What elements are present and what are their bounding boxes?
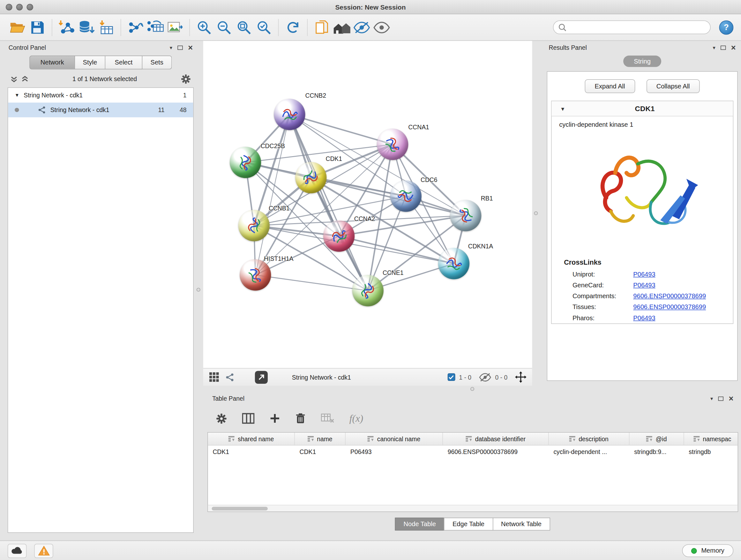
- network-collection-row[interactable]: ▼ String Network - cdk1 1: [8, 88, 193, 103]
- tab-network[interactable]: Network: [29, 56, 75, 69]
- float-panel-icon[interactable]: ▾: [711, 395, 713, 401]
- import-table-button[interactable]: [96, 17, 116, 38]
- network-node-hist1h1a[interactable]: [240, 259, 271, 291]
- zoom-out-button[interactable]: [214, 17, 234, 38]
- splitter-handle[interactable]: [470, 387, 474, 391]
- close-panel-icon[interactable]: ×: [729, 394, 733, 402]
- crosslink-value-link[interactable]: P06493: [633, 314, 655, 321]
- column-header[interactable]: shared name: [208, 433, 295, 445]
- network-node-rb1[interactable]: [450, 200, 481, 231]
- table-cell[interactable]: CDK1: [295, 445, 346, 458]
- column-header[interactable]: database identifier: [443, 433, 549, 445]
- pan-crosshair-icon[interactable]: [515, 371, 527, 383]
- crosslink-value-link[interactable]: 9606.ENSP00000378699: [633, 304, 706, 311]
- expander-icon[interactable]: ▼: [15, 92, 19, 98]
- float-panel-icon[interactable]: ▾: [170, 44, 172, 51]
- export-table-button[interactable]: [145, 17, 165, 38]
- tab-node-table[interactable]: Node Table: [395, 517, 445, 530]
- selected-checkbox[interactable]: [448, 373, 455, 381]
- string-view-icon[interactable]: [226, 373, 234, 381]
- maximize-panel-icon[interactable]: [178, 45, 183, 50]
- open-session-button[interactable]: [8, 17, 27, 38]
- table-settings-button[interactable]: [216, 413, 227, 424]
- delete-column-button[interactable]: [295, 413, 306, 424]
- show-graphics-details-button[interactable]: [372, 17, 392, 38]
- network-node-ccnb2[interactable]: [274, 99, 305, 130]
- minimize-window-button[interactable]: [16, 4, 23, 10]
- help-button[interactable]: ?: [719, 20, 734, 35]
- export-network-button[interactable]: [125, 17, 145, 38]
- copy-button[interactable]: [312, 17, 332, 38]
- horizontal-scrollbar[interactable]: [208, 505, 738, 511]
- column-header[interactable]: namespac: [684, 433, 738, 445]
- hidden-eye-slash-icon[interactable]: [479, 373, 491, 381]
- tab-select[interactable]: Select: [105, 56, 142, 69]
- function-builder-button[interactable]: f(x): [349, 413, 363, 424]
- gear-icon[interactable]: [181, 74, 191, 84]
- import-network-database-button[interactable]: [76, 17, 96, 38]
- warnings-button[interactable]: [34, 543, 53, 558]
- table-cell[interactable]: CDK1: [208, 445, 295, 458]
- create-column-button[interactable]: [270, 413, 280, 424]
- search-input[interactable]: [569, 23, 705, 30]
- close-window-button[interactable]: [6, 4, 12, 10]
- crosslink-value-link[interactable]: 9606.ENSP00000378699: [633, 293, 706, 300]
- gene-section-header[interactable]: ▼ CDK1: [551, 101, 733, 117]
- table-cell[interactable]: 9606.ENSP00000378699: [443, 445, 549, 458]
- crosslink-value-link[interactable]: P06493: [633, 282, 655, 289]
- collapse-all-icon[interactable]: [10, 75, 17, 82]
- column-header[interactable]: name: [295, 433, 346, 445]
- close-panel-icon[interactable]: ×: [731, 44, 736, 51]
- network-node-ccna1[interactable]: [377, 129, 408, 160]
- maximize-panel-icon[interactable]: [721, 45, 726, 50]
- splitter-handle[interactable]: [197, 288, 200, 292]
- collapse-all-button[interactable]: Collapse All: [646, 79, 699, 93]
- maximize-panel-icon[interactable]: [718, 396, 724, 400]
- table-cell[interactable]: stringdb:9...: [629, 445, 684, 458]
- expand-all-icon[interactable]: [21, 75, 28, 82]
- refresh-view-button[interactable]: [283, 17, 303, 38]
- tab-edge-table[interactable]: Edge Table: [444, 517, 493, 530]
- delete-table-button[interactable]: [321, 413, 334, 424]
- memory-button[interactable]: Memory: [682, 544, 733, 557]
- tab-style[interactable]: Style: [75, 56, 105, 69]
- grid-view-icon[interactable]: [209, 372, 219, 382]
- scrollbar-thumb[interactable]: [212, 507, 268, 510]
- crosslink-value-link[interactable]: P06493: [633, 271, 655, 278]
- column-header[interactable]: description: [549, 433, 630, 445]
- network-node-ccne1[interactable]: [352, 275, 384, 306]
- export-image-button[interactable]: [165, 17, 185, 38]
- network-node-ccnb1[interactable]: [239, 210, 270, 241]
- splitter-handle[interactable]: [534, 211, 538, 215]
- tab-network-table[interactable]: Network Table: [492, 517, 550, 530]
- cloud-status-button[interactable]: [8, 543, 26, 558]
- hide-graphics-details-button[interactable]: [352, 17, 372, 38]
- tab-sets[interactable]: Sets: [142, 56, 172, 69]
- string-results-tab[interactable]: String: [623, 56, 661, 67]
- network-node-cdkn1a[interactable]: [438, 248, 469, 279]
- zoom-in-button[interactable]: [194, 17, 214, 38]
- network-row[interactable]: String Network - cdk1 11 48: [8, 103, 193, 117]
- save-session-button[interactable]: [27, 17, 47, 38]
- table-cell[interactable]: P06493: [346, 445, 443, 458]
- network-node-ccna2[interactable]: [323, 220, 354, 252]
- table-cell[interactable]: cyclin-dependent ...: [549, 445, 630, 458]
- open-external-button[interactable]: [255, 371, 268, 383]
- close-panel-icon[interactable]: ×: [188, 44, 193, 51]
- table-row[interactable]: CDK1CDK1P064939606.ENSP00000378699cyclin…: [208, 445, 738, 458]
- float-panel-icon[interactable]: ▾: [713, 44, 716, 51]
- network-node-cdc25b[interactable]: [230, 147, 261, 178]
- show-columns-button[interactable]: [242, 413, 255, 424]
- network-node-cdc6[interactable]: [390, 180, 421, 212]
- import-network-file-button[interactable]: [57, 17, 76, 38]
- network-node-cdk1[interactable]: [295, 162, 327, 193]
- column-header[interactable]: @id: [629, 433, 684, 445]
- zoom-window-button[interactable]: [26, 4, 33, 10]
- zoom-fit-button[interactable]: [234, 17, 254, 38]
- cybrowser-home-button[interactable]: [332, 17, 352, 38]
- section-expander-icon[interactable]: ▼: [560, 106, 565, 111]
- column-header[interactable]: canonical name: [346, 433, 443, 445]
- zoom-selected-button[interactable]: [254, 17, 274, 38]
- expand-all-button[interactable]: Expand All: [585, 79, 635, 93]
- table-cell[interactable]: stringdb: [684, 445, 738, 458]
